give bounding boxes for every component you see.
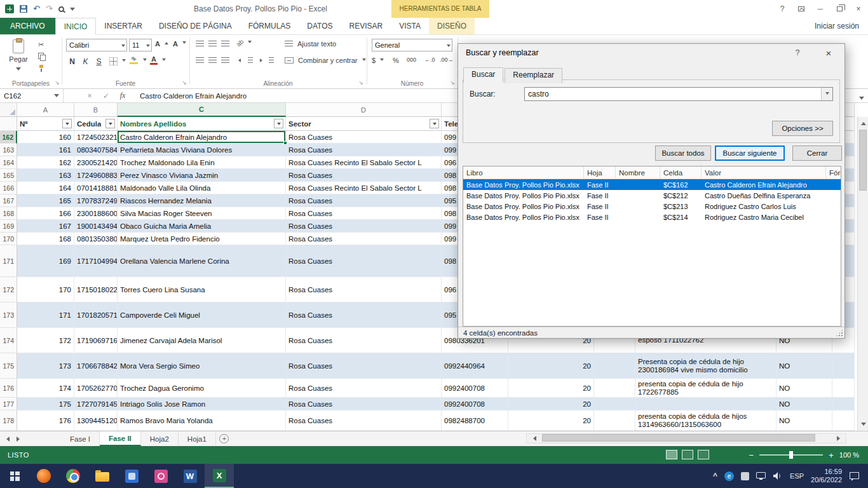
tab-reemplazar[interactable]: Reemplazar [505,68,562,83]
cell-B168[interactable]: 2300188600 [74,207,118,220]
cell-C167[interactable]: Riascos Hernandez Melania [118,194,286,207]
cell-C175[interactable]: Mora Vera Sergio Simeo [118,353,286,379]
cell-D175[interactable]: Rosa Cuases [286,353,442,379]
row-header-165[interactable]: 165 [0,169,17,182]
cell-B171[interactable]: 1717104994 [74,245,118,277]
dialog-close-icon[interactable]: × [815,44,842,62]
minimize-icon[interactable]: ─ [811,0,830,18]
tab-nav-right-icon[interactable] [13,431,25,446]
grow-font-icon[interactable]: A [155,41,160,47]
name-box[interactable]: C162 [0,89,64,103]
cell-C170[interactable]: Marquez Ureta Pedro Fidencio [118,233,286,245]
save-icon[interactable] [20,5,27,13]
cell-J177[interactable] [832,398,855,410]
cell-A162[interactable]: 160 [17,131,74,144]
language-indicator[interactable]: ESP [790,472,804,480]
result-row-3[interactable]: Base Datos Proy. Pollos Pio Pio.xlsxFase… [463,201,841,212]
row-header-169[interactable]: 169 [0,220,17,233]
cell-C165[interactable]: Perez Vinasco Viviana Jazmin [118,169,286,182]
taskbar-pink-app-icon[interactable] [146,464,175,488]
decrease-decimal-button[interactable]: .00→ [440,57,454,63]
cell-G177[interactable] [594,398,635,410]
cell-C166[interactable]: Maldonado Valle Lila Olinda [118,182,286,194]
cell-A169[interactable]: 167 [17,220,74,233]
cell-A176[interactable]: 174 [17,379,74,398]
cell-G178[interactable] [594,410,635,431]
taskbar-explorer-icon[interactable] [88,464,117,488]
cell-D177[interactable]: Rosa Cuases [286,398,442,410]
cell-C176[interactable]: Trochez Dagua Geronimo [118,379,286,398]
sheet-tab-hoja2[interactable]: Hoja2 [141,431,179,446]
cell-B165[interactable]: 1724960883 [74,169,118,182]
cell-D173[interactable]: Rosa Cuases [286,302,442,328]
result-row-1[interactable]: Base Datos Proy. Pollos Pio Pio.xlsxFase… [463,179,841,190]
cell-F177[interactable]: 20 [508,398,594,410]
tray-gray-app-icon[interactable] [741,472,749,480]
row-header-175[interactable]: 175 [0,353,17,379]
bold-button[interactable]: N [66,55,78,68]
cell-H177[interactable] [635,398,776,410]
paste-dropdown-icon[interactable] [16,67,21,73]
normal-view-icon[interactable] [666,450,677,459]
taskbar-chrome-icon[interactable] [58,464,88,488]
row-header-178[interactable]: 178 [0,410,17,431]
cell-J176[interactable] [832,379,855,398]
ribbon-tab-inicio[interactable]: INICIO [55,18,97,35]
cell-A174[interactable]: 172 [17,328,74,353]
ribbon-tab-f-rmulas[interactable]: FÓRMULAS [240,18,299,34]
cell-J178[interactable] [832,410,855,431]
results-column-hoja[interactable]: Hoja [584,166,616,179]
scroll-down-icon[interactable] [858,420,868,431]
paste-button[interactable]: Pegar [4,38,32,79]
find-next-button[interactable]: Buscar siguiente [715,146,785,161]
alignment-dialog-launcher-icon[interactable]: ↘ [357,79,365,86]
cell-B178[interactable]: 1309445120 [74,410,118,431]
font-size-combo[interactable]: 11 [129,39,152,51]
zoom-out-icon[interactable]: − [749,451,754,459]
name-box-dropdown-icon[interactable] [54,94,59,100]
row-header-162[interactable]: 162 [0,131,17,144]
cell-C177[interactable]: Intriago Solis Jose Ramon [118,398,286,410]
row-header-177[interactable]: 177 [0,398,17,410]
row-header-176[interactable]: 176 [0,379,17,398]
cell-A168[interactable]: 166 [17,207,74,220]
sheet-tab-hoja1[interactable]: Hoja1 [179,431,216,446]
cell-G176[interactable] [594,379,635,398]
print-preview-icon[interactable] [58,6,64,12]
redo-icon[interactable]: ↷ [46,4,53,13]
cell-I175[interactable]: NO [776,353,832,379]
sign-in-link[interactable]: Iniciar sesión [815,18,859,34]
cell-A170[interactable]: 168 [17,233,74,245]
sheet-tab-fase-ii[interactable]: Fase II [100,431,141,446]
percent-style-button[interactable]: % [393,57,399,64]
row-header-166[interactable]: 166 [0,182,17,194]
search-input[interactable]: castro [524,87,833,101]
underline-button[interactable]: S [93,55,105,68]
volume-icon[interactable] [773,471,783,480]
cell-B162[interactable]: 1724502321 [74,131,118,144]
help-icon[interactable]: ? [773,0,792,18]
column-letter-A[interactable]: A [17,103,74,117]
cell-B164[interactable]: 2300521420 [74,156,118,169]
network-icon[interactable] [756,472,766,478]
cell-B163[interactable]: 0803407584 [74,144,118,156]
font-dialog-launcher-icon[interactable]: ↘ [180,79,188,86]
action-center-icon[interactable] [849,471,860,481]
row-header-170[interactable]: 170 [0,233,17,245]
hscroll-right-icon[interactable] [833,436,846,441]
find-replace-dialog[interactable]: Buscar y reemplazar ? × Buscar Reemplaza… [458,43,845,339]
cell-E178[interactable]: 0982488700 [442,410,508,431]
page-break-view-icon[interactable] [698,450,709,459]
cell-A173[interactable]: 171 [17,302,74,328]
row-header-172[interactable]: 172 [0,277,17,302]
hscroll-left-icon[interactable] [527,436,539,441]
find-all-button[interactable]: Buscar todos [655,146,711,161]
borders-button[interactable] [109,57,126,65]
vertical-scroll-thumb[interactable] [859,130,867,191]
cancel-icon[interactable]: × [81,92,98,100]
cell-D174[interactable]: Rosa Cuases [286,328,442,353]
column-letter-C[interactable]: C [118,103,286,117]
merge-center-button[interactable]: Combinar y centrar [285,57,366,64]
row-header-168[interactable]: 168 [0,207,17,220]
close-icon[interactable]: × [849,0,868,18]
